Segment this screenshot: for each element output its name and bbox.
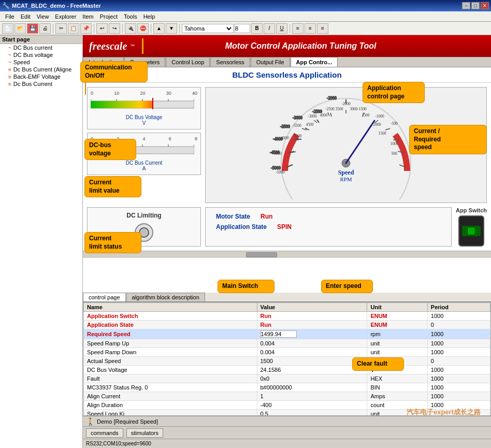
app-switch-button[interactable] bbox=[458, 215, 484, 247]
bldc-title: BLDC Sensorless Application bbox=[83, 67, 491, 83]
toolbar-cut[interactable]: ✂ bbox=[55, 23, 67, 34]
table-row[interactable]: Actual Speed1500rpm0 bbox=[84, 357, 490, 366]
toolbar-paste[interactable]: 📌 bbox=[80, 23, 92, 34]
menu-view[interactable]: View bbox=[34, 12, 52, 21]
menu-edit[interactable]: Edit bbox=[18, 12, 34, 21]
sidebar-label-3: Dc Bus Current (Aligne bbox=[13, 66, 72, 73]
table-cell-unit: HEX bbox=[367, 374, 427, 383]
dc-limiting-knob bbox=[139, 227, 149, 238]
svg-text:-2500: -2500 bbox=[325, 107, 335, 111]
font-selector[interactable]: Tahoma bbox=[182, 24, 234, 33]
table-row[interactable]: Fault0x0HEX1000 bbox=[84, 374, 490, 383]
status-text: RS232;COM10;speed=9600 bbox=[86, 441, 151, 446]
tab-sensorless[interactable]: Sensorless bbox=[210, 57, 250, 67]
toolbar-disconnect[interactable]: ⛔ bbox=[137, 23, 149, 34]
current-unit: A bbox=[142, 166, 146, 171]
horizontal-scrollbar[interactable] bbox=[83, 251, 491, 258]
switch-knob bbox=[467, 227, 475, 235]
restore-button[interactable]: □ bbox=[471, 2, 480, 9]
svg-text:4500: 4500 bbox=[306, 122, 314, 127]
toolbar-copy[interactable]: 📋 bbox=[68, 23, 79, 34]
toolbar-save[interactable]: 💾 bbox=[27, 23, 38, 34]
tab-app-control[interactable]: App Contro... bbox=[291, 57, 338, 67]
table-row[interactable]: Required Speedrpm1000 bbox=[84, 329, 490, 339]
app-switch-label: App Switch bbox=[456, 207, 487, 213]
table-cell-unit: unit bbox=[367, 348, 427, 357]
table-cell-name: Application Switch bbox=[84, 312, 257, 321]
table-row[interactable]: Speed Ramp Up0.004unit1000 bbox=[84, 339, 490, 348]
table-cell-value: 0.5 bbox=[257, 410, 367, 416]
control-section: DC Limiting Motor State Run Application … bbox=[83, 207, 491, 251]
bottom-tab-algorithm[interactable]: algorithm block description bbox=[126, 293, 205, 301]
menu-item[interactable]: Item bbox=[79, 12, 96, 21]
tab-output-file[interactable]: Output File bbox=[251, 57, 290, 67]
current-gauge-svg bbox=[91, 142, 194, 158]
motor-state-label: Motor State bbox=[216, 213, 250, 220]
svg-text:0: 0 bbox=[412, 133, 414, 137]
toolbar-underline[interactable]: U bbox=[276, 23, 287, 34]
close-button[interactable]: ✕ bbox=[481, 2, 489, 9]
toolbar-connect[interactable]: 🔌 bbox=[125, 23, 136, 34]
voltage-gauge-label: DC Bus Voltage V bbox=[91, 114, 197, 126]
menu-explorer[interactable]: Explorer bbox=[52, 12, 79, 21]
table-row[interactable]: Application StateRunENUM0 bbox=[84, 321, 490, 329]
toolbar-bold[interactable]: B bbox=[251, 23, 263, 34]
toolbar-down[interactable]: ▼ bbox=[166, 23, 177, 34]
required-speed-input[interactable] bbox=[261, 330, 297, 338]
current-label-text: DC Bus Current bbox=[126, 160, 163, 166]
sidebar-item-dc-bus-current[interactable]: ~ DC Bus current bbox=[0, 44, 82, 51]
stimulators-button[interactable]: stimulators bbox=[126, 428, 163, 438]
speedometer-svg: -5000 -4500 -4000 -3500 bbox=[266, 91, 426, 199]
toolbar-align-left[interactable]: ≡ bbox=[292, 23, 304, 34]
tab-control-loop[interactable]: Control Loop bbox=[166, 57, 210, 67]
table-row[interactable]: Speed Ramp Down0.004unit1000 bbox=[84, 348, 490, 357]
table-cell-unit: V bbox=[367, 366, 427, 374]
toolbar-new[interactable]: 📄 bbox=[2, 23, 13, 34]
svg-text:RPM: RPM bbox=[340, 176, 352, 182]
voltage-label-text: DC Bus Voltage bbox=[126, 114, 163, 120]
sidebar-item-back-emf[interactable]: ≡ Back-EMF Voltage bbox=[0, 73, 82, 80]
sidebar-item-dc-bus-voltage[interactable]: ~ DC Bus voltage bbox=[0, 51, 82, 59]
bottom-tab-control[interactable]: control page bbox=[83, 293, 126, 301]
sidebar-item-dc-bus-current2[interactable]: ≡ Dc Bus Current bbox=[0, 80, 82, 88]
status-box: Motor State Run Application State SPIN bbox=[205, 207, 452, 247]
c-scale-2: 4 bbox=[142, 136, 145, 141]
table-row[interactable]: MC33937 Status Reg. 0b#00000000BIN1000 bbox=[84, 383, 490, 392]
table-row[interactable]: Application SwitchRunENUM1000 bbox=[84, 312, 490, 321]
tab-introduction[interactable]: Introduction bbox=[83, 57, 124, 67]
svg-text:500: 500 bbox=[391, 151, 397, 156]
svg-text:-3000: -3000 bbox=[293, 115, 302, 120]
sep5 bbox=[179, 24, 180, 33]
table-row[interactable]: Align Current1Amps1000 bbox=[84, 392, 490, 401]
table-cell-value: 24.1586 bbox=[257, 366, 367, 374]
minimize-button[interactable]: − bbox=[462, 2, 470, 9]
dc-limiting-control[interactable] bbox=[135, 223, 153, 242]
scrollbar-thumb[interactable] bbox=[246, 252, 277, 257]
menu-tools[interactable]: Tools bbox=[121, 12, 140, 21]
table-row[interactable]: DC Bus Voltage24.1586V1000 bbox=[84, 366, 490, 374]
menu-project[interactable]: Project bbox=[97, 12, 121, 21]
status-bar: RS232;COM10;speed=9600 bbox=[83, 439, 491, 448]
table-cell-value: 0x0 bbox=[257, 374, 367, 383]
sidebar-item-speed[interactable]: ~ Speed bbox=[0, 59, 82, 66]
svg-text:1000: 1000 bbox=[391, 141, 398, 146]
toolbar-print[interactable]: 🖨 bbox=[39, 23, 51, 34]
toolbar-open[interactable]: 📂 bbox=[15, 23, 26, 34]
menu-file[interactable]: File bbox=[2, 12, 18, 21]
table-cell-value[interactable] bbox=[257, 329, 367, 339]
tab-parameters[interactable]: Parameters bbox=[124, 57, 165, 67]
toolbar-align-right[interactable]: ≡ bbox=[317, 23, 328, 34]
sidebar-item-dc-bus-current-align[interactable]: ≡ Dc Bus Current (Aligne bbox=[0, 66, 82, 73]
menu-help[interactable]: Help bbox=[140, 12, 158, 21]
table-cell-name: DC Bus Voltage bbox=[84, 366, 257, 374]
toolbar-undo[interactable]: ↩ bbox=[96, 23, 108, 34]
app-state-label: Application State bbox=[216, 223, 267, 230]
toolbar-redo[interactable]: ↪ bbox=[109, 23, 120, 34]
col-period: Period bbox=[427, 303, 490, 312]
table-cell-value: b#00000000 bbox=[257, 383, 367, 392]
toolbar-align-center[interactable]: ≡ bbox=[305, 23, 316, 34]
toolbar-up[interactable]: ▲ bbox=[153, 23, 165, 34]
commands-button[interactable]: commands bbox=[86, 428, 123, 438]
font-size-input[interactable] bbox=[235, 24, 250, 33]
toolbar-italic[interactable]: I bbox=[264, 23, 275, 34]
